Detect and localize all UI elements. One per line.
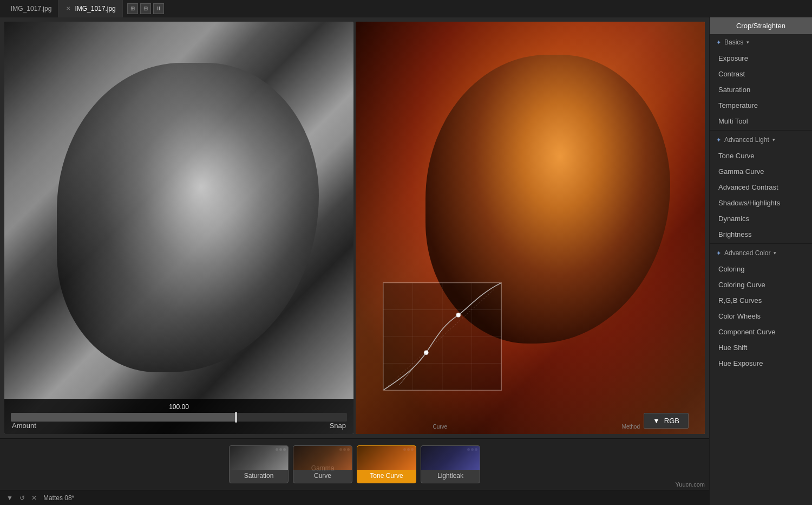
panel-item-advanced-contrast[interactable]: Advanced Contrast (710, 179, 812, 195)
tab-icons: ⊞ ⊟ ⏸ (127, 3, 164, 14)
center-area: 100.00 Amount Snap (0, 17, 709, 505)
panel-item-gamma-curve[interactable]: Gamma Curve (710, 164, 812, 179)
tab-bar: IMG_1017.jpg ✕ IMG_1017.jpg ⊞ ⊟ ⏸ (0, 0, 812, 17)
advanced-light-label: Advanced Light (724, 136, 769, 144)
divider-1 (710, 130, 812, 131)
bw-slider-panel: 100.00 Amount Snap (4, 399, 353, 434)
basics-icon: ✦ (716, 39, 721, 46)
slider-value-display: 100.00 (11, 403, 347, 411)
image-area: 100.00 Amount Snap (0, 17, 709, 438)
panel-item-coloring-curve[interactable]: Coloring Curve (710, 277, 812, 293)
crop-straighten-btn[interactable]: Crop/Straighten (710, 17, 812, 34)
slider-labels: Amount Snap (11, 422, 347, 430)
panel-item-shadows-highlights[interactable]: Shadows/Highlights (710, 195, 812, 211)
tab-close-icon[interactable]: ✕ (65, 5, 71, 12)
panel-item-temperature[interactable]: Temperature (710, 98, 812, 113)
bottom-toolbar: Saturation GammaCurve Tone Curve (0, 438, 709, 490)
main-layout: 100.00 Amount Snap (0, 17, 812, 505)
grid-view-btn[interactable]: ⊞ (127, 3, 138, 14)
dropdown-arrow-icon: ▼ (653, 417, 660, 425)
preset-gamma-curve[interactable]: GammaCurve (293, 445, 352, 483)
section-header-advanced-color[interactable]: ✦ Advanced Color ▾ (710, 245, 812, 261)
rgb-dropdown-btn[interactable]: ▼ RGB (644, 413, 689, 429)
slider-label-left: Amount (12, 422, 36, 430)
rgb-label: RGB (664, 417, 679, 425)
status-bar: ▼ ↺ ✕ Mattes 08* (0, 490, 709, 505)
panel-item-hue-exposure[interactable]: Hue Exposure (710, 355, 812, 371)
advanced-color-chevron-icon: ▾ (774, 250, 776, 256)
status-undo-icon[interactable]: ↺ (19, 494, 25, 502)
panel-item-dynamics[interactable]: Dynamics (710, 211, 812, 226)
slider-label-right: Snap (330, 422, 346, 430)
pause-btn[interactable]: ⏸ (153, 3, 164, 14)
amount-slider[interactable] (11, 413, 347, 422)
panel-item-coloring[interactable]: Coloring (710, 261, 812, 277)
section-header-advanced-light[interactable]: ✦ Advanced Light ▾ (710, 132, 812, 148)
basics-label: Basics (724, 38, 743, 46)
panel-item-rgb-curves[interactable]: R,G,B Curves (710, 293, 812, 308)
tab-1[interactable]: IMG_1017.jpg (4, 0, 58, 17)
svg-point-9 (456, 313, 461, 317)
status-close-icon[interactable]: ✕ (31, 494, 37, 502)
panel-item-saturation[interactable]: Saturation (710, 82, 812, 98)
status-toggle-icon[interactable]: ▼ (6, 494, 13, 502)
image-panel-bw[interactable]: 100.00 Amount Snap (4, 22, 353, 434)
preset-lightleak[interactable]: Lightleak (421, 445, 480, 483)
split-view-btn[interactable]: ⊟ (140, 3, 151, 14)
preset-tone-curve-label: Tone Curve (370, 472, 403, 480)
basics-chevron-icon: ▾ (746, 40, 749, 45)
tab-1-label: IMG_1017.jpg (11, 5, 51, 12)
preset-lightleak-label: Lightleak (437, 472, 463, 480)
tone-curve-overlay (383, 282, 502, 391)
preset-saturation[interactable]: Saturation (229, 445, 289, 483)
method-area: ▼ RGB (644, 413, 689, 429)
panel-item-multi-tool[interactable]: Multi Tool (710, 113, 812, 129)
advanced-color-label: Advanced Color (724, 249, 770, 257)
tab-2-label: IMG_1017.jpg (75, 5, 115, 12)
panel-item-tone-curve[interactable]: Tone Curve (710, 148, 812, 164)
preset-tone-curve[interactable]: Tone Curve (357, 445, 416, 483)
panel-item-hue-shift[interactable]: Hue Shift (710, 340, 812, 355)
panel-item-contrast[interactable]: Contrast (710, 66, 812, 82)
advanced-light-icon: ✦ (716, 137, 721, 144)
tab-2[interactable]: ✕ IMG_1017.jpg (58, 0, 122, 17)
panel-item-color-wheels[interactable]: Color Wheels (710, 308, 812, 324)
image-panel-color[interactable]: ▼ RGB Curve Method (356, 22, 705, 434)
preset-saturation-label: Saturation (244, 472, 274, 480)
advanced-color-icon: ✦ (716, 250, 721, 257)
divider-2 (710, 243, 812, 244)
curve-label: Curve (433, 424, 448, 430)
method-label: Method (622, 424, 640, 430)
section-header-basics[interactable]: ✦ Basics ▾ (710, 34, 812, 50)
right-panel: Crop/Straighten ✦ Basics ▾ Exposure Cont… (709, 17, 812, 505)
advanced-light-chevron-icon: ▾ (772, 137, 775, 143)
panel-item-component-curve[interactable]: Component Curve (710, 324, 812, 340)
panel-item-exposure[interactable]: Exposure (710, 50, 812, 66)
curve-grid (383, 282, 502, 391)
watermark: Yuucn.com (676, 481, 705, 488)
panel-item-brightness[interactable]: Brightness (710, 226, 812, 242)
status-preset-name: Mattes 08* (43, 494, 74, 502)
